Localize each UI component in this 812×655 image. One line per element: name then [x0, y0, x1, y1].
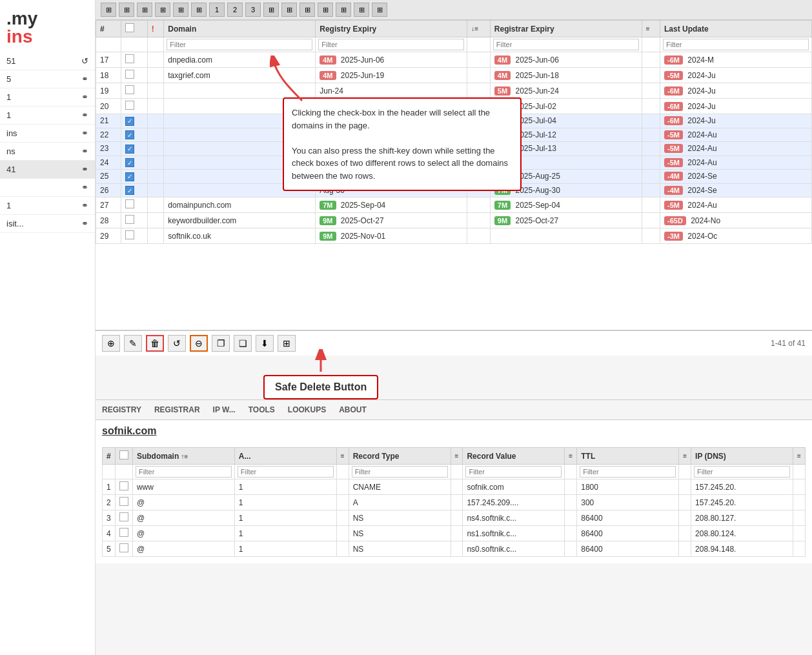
row-registry-expiry: 9M 2025-Oct-27 — [316, 213, 467, 228]
record-type-filter[interactable] — [352, 466, 448, 478]
tooltip-line1: Clicking the check-box in the header wil… — [292, 106, 513, 132]
nav-tools[interactable]: TOOLS — [249, 405, 275, 414]
toolbar-btn-12[interactable]: ⊞ — [299, 3, 315, 17]
sub-row-ip: 208.94.148. — [691, 541, 793, 557]
sidebar-item-5[interactable]: ins ⚭ — [0, 125, 95, 143]
toolbar-btn-11[interactable]: ⊞ — [281, 3, 297, 17]
table-row: 28 keywordbuilder.com 9M 2025-Oct-27 9M … — [96, 213, 812, 228]
subdomain-filter[interactable] — [136, 466, 232, 478]
sidebar-item-7[interactable]: 41 ⚭ — [0, 161, 95, 179]
sub-col-ttl-sort[interactable]: ≡ — [679, 448, 691, 465]
sidebar-item-6[interactable]: ns ⚭ — [0, 143, 95, 161]
col-registrar-sort[interactable]: ≡ — [642, 21, 660, 37]
row-checkbox[interactable]: ✓ — [121, 128, 147, 142]
ip-filter[interactable] — [694, 466, 790, 478]
row-checkbox[interactable] — [121, 52, 147, 68]
row-checkbox[interactable]: ✓ — [121, 156, 147, 170]
row-checkbox[interactable] — [121, 83, 147, 99]
sidebar-label-5: ins — [6, 128, 17, 138]
nav-about[interactable]: ABOUT — [339, 405, 367, 414]
paste-button[interactable]: ❑ — [234, 335, 252, 352]
row-checkbox[interactable] — [121, 68, 147, 83]
sub-row-check[interactable] — [115, 495, 132, 510]
sidebar-item-9[interactable]: 1 ⚭ — [0, 197, 95, 215]
table-row: 29 softnik.co.uk 9M 2025-Nov-01 -3M 2024… — [96, 228, 812, 244]
row-checkbox[interactable]: ✓ — [121, 114, 147, 128]
add-button[interactable]: ⊕ — [102, 335, 120, 352]
sidebar-item-4[interactable]: 1 ⚭ — [0, 106, 95, 125]
sub-row-check[interactable] — [115, 526, 132, 541]
select-all-checkbox[interactable] — [125, 23, 134, 32]
toolbar-btn-7[interactable]: 1 — [209, 3, 225, 17]
toolbar-btn-9[interactable]: 3 — [245, 3, 261, 17]
sub-row-check[interactable] — [115, 541, 132, 557]
toolbar-btn-2[interactable]: ⊞ — [119, 3, 134, 17]
row-last-update: -5M 2024-Au — [660, 197, 812, 213]
sub-col-record-sort[interactable]: ≡ — [451, 448, 463, 465]
row-checkbox[interactable] — [121, 99, 147, 114]
sidebar-item-1[interactable]: 51 ↺ — [0, 52, 95, 70]
toolbar-btn-1[interactable]: ⊞ — [101, 3, 116, 17]
delete-button[interactable]: 🗑 — [146, 335, 164, 352]
copy-button[interactable]: ❐ — [212, 335, 230, 352]
domain-filter[interactable] — [167, 39, 312, 50]
nav-ipw[interactable]: IP W... — [213, 405, 236, 414]
sidebar-item-3[interactable]: 1 ⚭ — [0, 88, 95, 106]
nav-registry[interactable]: REGISTRY — [102, 405, 141, 414]
toolbar-btn-6[interactable]: ⊞ — [191, 3, 207, 17]
row-checkbox[interactable]: ✓ — [121, 142, 147, 156]
toolbar-btn-14[interactable]: ⊞ — [336, 3, 351, 17]
sub-row-ip: 157.245.20. — [691, 479, 793, 495]
toolbar-btn-3[interactable]: ⊞ — [137, 3, 152, 17]
row-domain: softnik.co.uk — [164, 228, 316, 244]
sidebar-item-10[interactable]: isit... ⚭ — [0, 215, 95, 233]
toolbar-btn-15[interactable]: ⊞ — [354, 3, 369, 17]
sidebar-item-8[interactable]: ⚭ — [0, 179, 95, 197]
last-update-filter[interactable] — [663, 39, 809, 50]
row-checkbox[interactable] — [121, 213, 147, 228]
registrar-expiry-filter[interactable] — [493, 39, 639, 50]
row-checkbox[interactable]: ✓ — [121, 170, 147, 184]
sidebar-item-2[interactable]: 5 ⚭ — [0, 70, 95, 88]
toolbar-btn-8[interactable]: 2 — [227, 3, 243, 17]
safe-delete-button[interactable]: ⊖ — [190, 335, 208, 352]
col-registry-sort[interactable]: ↓≡ — [467, 21, 491, 37]
sub-row-record-value: ns1.softnik.c... — [463, 526, 565, 541]
row-checkbox[interactable] — [121, 228, 147, 244]
sub-row-check[interactable] — [115, 479, 132, 495]
row-last-update: -5M 2024-Au — [660, 128, 812, 142]
sub-table: # Subdomain ↑≡ A... ≡ Record Type ≡ Reco… — [102, 447, 806, 557]
sub-col-ttl: TTL — [577, 448, 679, 465]
toolbar-btn-4[interactable]: ⊞ — [155, 3, 170, 17]
col-check[interactable] — [121, 21, 147, 37]
row-registry-expiry: 4M 2025-Jun-06 — [316, 52, 467, 68]
row-num: 22 — [96, 128, 121, 142]
sub-row-record-type: CNAME — [349, 479, 451, 495]
record-value-filter[interactable] — [465, 466, 562, 478]
toolbar-btn-13[interactable]: ⊞ — [318, 3, 333, 17]
row-registrar-expiry: 5M 2025-Jun-24 — [490, 83, 642, 99]
sidebar-icon-1: ↺ — [81, 56, 88, 66]
refresh-button[interactable]: ↺ — [168, 335, 186, 352]
row-checkbox[interactable] — [121, 197, 147, 213]
ttl-filter[interactable] — [580, 466, 676, 478]
nav-registrar[interactable]: REGISTRAR — [154, 405, 200, 414]
edit-button[interactable]: ✎ — [124, 335, 142, 352]
sub-col-rv-sort[interactable]: ≡ — [565, 448, 577, 465]
toolbar-btn-16[interactable]: ⊞ — [372, 3, 387, 17]
nav-lookups[interactable]: LOOKUPS — [288, 405, 326, 414]
col-last-update: Last Update — [660, 21, 812, 37]
row-domain: domainpunch.com — [164, 197, 316, 213]
registry-expiry-filter[interactable] — [318, 39, 464, 50]
sub-row-subdomain: www — [132, 479, 234, 495]
row-checkbox[interactable]: ✓ — [121, 183, 147, 197]
a-filter[interactable] — [238, 466, 334, 478]
toolbar-btn-10[interactable]: ⊞ — [263, 3, 279, 17]
table-row: 27 domainpunch.com 7M 2025-Sep-04 7M 202… — [96, 197, 812, 213]
sub-col-sort[interactable]: ≡ — [336, 448, 349, 465]
sub-row-record-type: A — [349, 495, 451, 510]
sub-row-check[interactable] — [115, 510, 132, 526]
sub-col-ip-sort[interactable]: ≡ — [793, 448, 805, 465]
sub-col-check[interactable] — [115, 448, 132, 465]
toolbar-btn-5[interactable]: ⊞ — [173, 3, 188, 17]
